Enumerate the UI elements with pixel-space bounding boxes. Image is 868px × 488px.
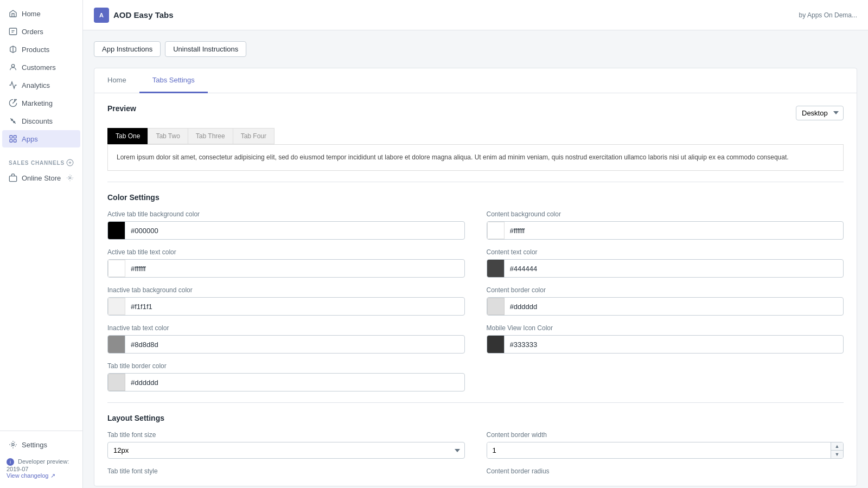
orders-icon <box>9 27 17 36</box>
tab-tabs-settings[interactable]: Tabs Settings <box>139 68 208 93</box>
font-size-select[interactable]: 10px 11px 12px 13px 14px 16px <box>107 442 465 459</box>
preview-header: Preview Desktop Mobile <box>107 104 844 121</box>
sidebar-item-settings[interactable]: Settings <box>2 436 80 453</box>
content-bg-input-row <box>487 221 844 240</box>
sidebar-item-marketing[interactable]: Marketing <box>2 94 80 112</box>
content-text-swatch[interactable] <box>487 260 505 277</box>
content-text-input-row <box>487 259 844 278</box>
preview-tab-one[interactable]: Tab One <box>107 128 148 144</box>
active-text-input[interactable] <box>125 265 464 273</box>
settings-icon <box>9 440 17 449</box>
add-sales-channel-icon[interactable] <box>66 159 74 166</box>
online-store-label: Online Store <box>22 174 61 182</box>
inactive-bg-input-row <box>107 297 465 316</box>
active-text-swatch[interactable] <box>108 260 125 277</box>
main-content: A AOD Easy Tabs by Apps On Dema... App I… <box>83 0 868 488</box>
inactive-text-input[interactable] <box>125 341 464 349</box>
inactive-text-swatch[interactable] <box>108 336 125 353</box>
app-instructions-button[interactable]: App Instructions <box>94 41 161 57</box>
sidebar-item-discounts[interactable]: Discounts <box>2 112 80 130</box>
sidebar-item-label: Discounts <box>22 117 53 125</box>
settings-label: Settings <box>22 441 47 449</box>
sidebar-item-home[interactable]: Home <box>2 5 80 22</box>
sidebar-item-products[interactable]: Products <box>2 41 80 58</box>
mobile-icon-input[interactable] <box>505 341 844 349</box>
sidebar-item-label: Products <box>22 46 49 54</box>
border-width-field: Content border width ▲ ▼ <box>487 431 844 459</box>
inactive-bg-input[interactable] <box>125 303 464 311</box>
content-bg-input[interactable] <box>505 227 844 235</box>
inactive-bg-swatch[interactable] <box>108 298 125 315</box>
svg-point-1 <box>11 65 14 67</box>
font-size-label: Tab title font size <box>107 431 465 439</box>
border-width-label: Content border width <box>487 431 844 439</box>
info-icon: i <box>7 458 14 466</box>
content-border-input-row <box>487 297 844 316</box>
card-content: Preview Desktop Mobile Tab One Tab Two T… <box>94 93 857 486</box>
border-width-spinners: ▲ ▼ <box>831 442 843 458</box>
spinner-down[interactable]: ▼ <box>831 451 843 458</box>
sidebar-item-analytics[interactable]: Analytics <box>2 76 80 94</box>
preview-tab-four[interactable]: Tab Four <box>233 128 275 144</box>
preview-tab-three[interactable]: Tab Three <box>188 128 233 144</box>
preview-tab-two[interactable]: Tab Two <box>148 128 187 144</box>
home-icon <box>9 9 17 18</box>
tabs-navigation: Home Tabs Settings <box>94 68 857 93</box>
app-title: AOD Easy Tabs <box>113 10 174 20</box>
tab-border-swatch[interactable] <box>108 374 125 391</box>
active-bg-label: Active tab title background color <box>107 210 465 218</box>
svg-rect-11 <box>9 176 16 182</box>
border-radius-label: Content border radius <box>487 467 844 475</box>
preview-device-select[interactable]: Desktop Mobile <box>796 106 844 120</box>
font-style-label: Tab title font style <box>107 467 465 475</box>
instruction-buttons: App Instructions Uninstall Instructions <box>94 41 857 57</box>
empty-placeholder <box>487 362 844 391</box>
analytics-icon <box>9 81 17 89</box>
font-size-field: Tab title font size 10px 11px 12px 13px … <box>107 431 465 459</box>
border-radius-field: Content border radius <box>487 467 844 475</box>
color-field-content-border: Content border color <box>487 286 844 316</box>
color-settings-title: Color Settings <box>107 193 844 202</box>
mobile-icon-input-row <box>487 335 844 354</box>
tab-border-input-row <box>107 373 465 391</box>
active-bg-input[interactable] <box>125 227 464 235</box>
svg-rect-5 <box>14 136 16 138</box>
svg-point-13 <box>12 444 14 446</box>
content-border-input[interactable] <box>505 303 844 311</box>
products-icon <box>9 45 17 54</box>
color-field-content-bg: Content background color <box>487 210 844 240</box>
layout-settings-title: Layout Settings <box>107 414 844 422</box>
content-text-input[interactable] <box>505 265 844 273</box>
svg-rect-0 <box>9 28 16 35</box>
spinner-up[interactable]: ▲ <box>831 442 843 451</box>
content-text-label: Content text color <box>487 248 844 256</box>
main-card: Home Tabs Settings Preview Desktop Mobil… <box>94 68 857 486</box>
sidebar-item-customers[interactable]: Customers <box>2 59 80 76</box>
tab-border-label: Tab title border color <box>107 362 465 370</box>
border-width-input[interactable] <box>487 442 831 458</box>
topbar-byline: by Apps On Dema... <box>799 11 857 19</box>
uninstall-instructions-button[interactable]: Uninstall Instructions <box>165 41 246 57</box>
mobile-icon-swatch[interactable] <box>487 336 505 353</box>
sidebar-item-label: Marketing <box>22 99 53 107</box>
font-style-field: Tab title font style <box>107 467 465 475</box>
online-store-icon <box>9 174 17 182</box>
content-border-swatch[interactable] <box>487 298 505 315</box>
svg-rect-4 <box>10 136 12 138</box>
color-field-active-text: Active tab title text color <box>107 248 465 278</box>
active-text-input-row <box>107 259 465 278</box>
view-changelog-link[interactable]: View changelog ↗ <box>7 472 55 479</box>
content-area: App Instructions Uninstall Instructions … <box>83 30 868 488</box>
online-store-settings-icon[interactable] <box>66 174 74 182</box>
tab-border-input[interactable] <box>125 378 464 387</box>
sidebar-item-online-store[interactable]: Online Store <box>2 169 80 187</box>
content-bg-swatch[interactable] <box>487 222 505 239</box>
border-width-input-row: ▲ ▼ <box>487 442 844 459</box>
sales-channels-label: SALES CHANNELS <box>9 160 65 166</box>
active-bg-swatch[interactable] <box>108 222 125 239</box>
sidebar-item-apps[interactable]: Apps <box>2 130 80 147</box>
svg-point-12 <box>69 177 71 179</box>
inactive-text-label: Inactive tab text color <box>107 324 465 332</box>
sidebar-item-orders[interactable]: Orders <box>2 23 80 40</box>
tab-home[interactable]: Home <box>94 68 139 93</box>
